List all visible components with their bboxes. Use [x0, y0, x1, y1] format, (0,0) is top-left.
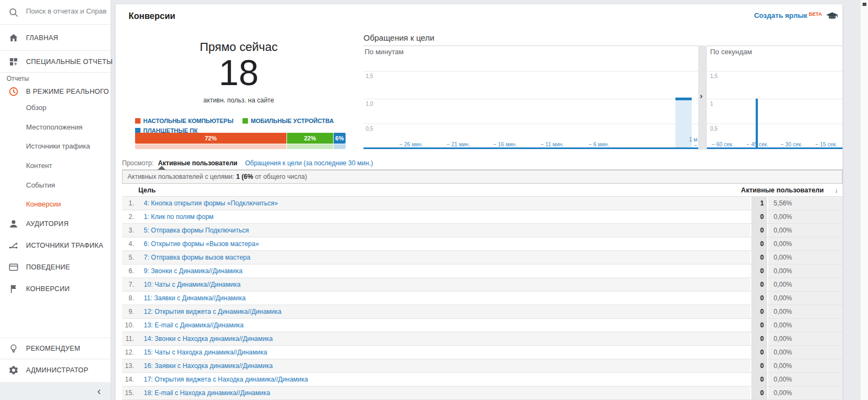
x-tick: − 11 мин.: [541, 141, 564, 147]
goal-link[interactable]: 7: Отправка формы вызов мастера: [144, 254, 250, 261]
legend-item-desktop: НАСТОЛЬНЫЕ КОМПЬЮТЕРЫ: [135, 116, 233, 126]
goal-link[interactable]: 12: Открытия виджета с Динамика//Динамик…: [144, 308, 282, 315]
graduation-cap-icon[interactable]: [826, 11, 838, 23]
column-header-goal[interactable]: Цель: [122, 186, 741, 194]
sidebar-item-conversions-active[interactable]: Конверсии: [26, 200, 61, 208]
flag-icon: [8, 283, 19, 294]
table-row[interactable]: 3.5: Отправка формы Подключиться00,00%: [122, 224, 843, 237]
sidebar-item-label: АУДИТОРИЯ: [26, 220, 68, 228]
goals-table-body: 1.4: Кнопка открытия формы «Подключиться…: [122, 197, 843, 400]
sidebar-item-behavior[interactable]: ПОВЕДЕНИЕ: [0, 259, 111, 275]
sidebar-item-locations[interactable]: Местоположения: [26, 123, 82, 131]
goal-link[interactable]: 9: Звонки с Динамика//Динамика: [144, 267, 242, 275]
search-icon: [8, 7, 19, 18]
goal-link[interactable]: 4: Кнопка открытия формы «Подключиться»: [144, 199, 278, 207]
goal-link[interactable]: 13: E-mail с Динамика//Динамика: [144, 321, 244, 329]
sidebar-item-admin[interactable]: АДМИНИСТРАТОР: [0, 362, 111, 378]
gridline: [363, 71, 698, 72]
table-row[interactable]: 5.7: Отправка формы вызов мастера00,00%: [122, 251, 843, 264]
goal-chart-title: Обращения к цели: [363, 33, 843, 46]
scrollbar-thumb[interactable]: [863, 3, 866, 6]
goal-link[interactable]: 17: Открытия виджета с Находка динамика/…: [144, 376, 308, 383]
summary-bar: Активных пользователей с целями: 1 (6% о…: [122, 170, 843, 184]
table-row[interactable]: 13.16: Заявки с Находка динамика//Динами…: [122, 359, 843, 373]
chevron-right-icon[interactable]: ›: [700, 91, 703, 100]
table-row[interactable]: 11.14: Звонки с Находка динамика//Динами…: [122, 332, 843, 346]
page-scrollbar[interactable]: [860, 0, 868, 400]
tab-active-users[interactable]: Активные пользователи: [158, 159, 238, 167]
table-row[interactable]: 1.4: Кнопка открытия формы «Подключиться…: [122, 197, 843, 210]
sidebar-item-realtime[interactable]: В РЕЖИМЕ РЕАЛЬНОГО: [0, 83, 111, 100]
table-row[interactable]: 2.1: Клик по полям форм00,00%: [122, 210, 843, 224]
sidebar-item-content[interactable]: Контент: [26, 162, 52, 170]
sidebar-footer: ‹: [0, 382, 111, 400]
sidebar-item-discover[interactable]: РЕКОМЕНДУЕМ: [0, 340, 111, 357]
sidebar-item-custom-reports[interactable]: СПЕЦИАЛЬНЫЕ ОТЧЕТЫ: [0, 51, 111, 73]
table-row[interactable]: 10.13: E-mail с Динамика//Динамика00,00%: [122, 319, 843, 332]
table-row[interactable]: 8.11: Заявки с Динамика//Динамика00,00%: [122, 292, 843, 305]
goal-link[interactable]: 15: Чаты с Находка динамика//Динамика: [144, 349, 267, 356]
table-row[interactable]: 9.12: Открытия виджета с Динамика//Динам…: [122, 305, 843, 319]
mobile-legend-swatch: [242, 118, 248, 124]
table-row[interactable]: 7.10: Чаты с Динамика//Динамика00,00%: [122, 278, 843, 292]
table-row[interactable]: 6.9: Звонки с Динамика//Динамика00,00%: [122, 264, 843, 278]
divider: [0, 338, 111, 338]
x-tick: − 6 мин.: [589, 141, 609, 147]
x-tick: − 30 сек.: [781, 141, 802, 147]
column-header-active-users[interactable]: Активные пользователи: [741, 186, 824, 194]
gridline: [363, 99, 698, 99]
device-share-bar-reflection: [135, 144, 346, 149]
summary-percent: (6%: [241, 173, 253, 180]
goal-link[interactable]: 16: Заявки с Находка динамика//Динамика: [144, 362, 273, 370]
sidebar-item-label: КОНВЕРСИИ: [26, 285, 69, 293]
goals-table-header: Цель Активные пользователи ↓: [122, 184, 843, 197]
beta-badge: БЕТА: [809, 11, 822, 17]
sidebar-item-conversions-section[interactable]: КОНВЕРСИИ: [0, 281, 111, 297]
sidebar-item-events[interactable]: События: [26, 181, 55, 189]
goal-link[interactable]: 11: Заявки с Динамика//Динамика: [144, 294, 246, 302]
goal-link[interactable]: 1: Клик по полям форм: [144, 213, 214, 221]
goal-link[interactable]: 14: Звонки с Находка динамика//Динамика: [144, 335, 273, 343]
desktop-legend-swatch: [135, 118, 141, 124]
sort-descending-icon[interactable]: ↓: [835, 186, 839, 194]
traffic-branch-icon: [8, 240, 19, 251]
lightbulb-icon: [8, 343, 19, 354]
y-tick: 1,5: [710, 73, 718, 79]
x-tick: − 16 мин.: [493, 141, 516, 147]
home-icon: [8, 33, 19, 43]
x-tick: − 45 сек.: [746, 141, 768, 147]
clock-icon: [8, 86, 19, 97]
sidebar-item-acquisition[interactable]: ИСТОЧНИКИ ТРАФИКА: [0, 237, 111, 254]
sidebar-item-label: СПЕЦИАЛЬНЫЕ ОТЧЕТЫ: [26, 58, 113, 66]
table-row[interactable]: 12.15: Чаты с Находка динамика//Динамика…: [122, 346, 843, 359]
summary-rest: от общего числа): [253, 173, 307, 180]
table-row[interactable]: 14.17: Открытия виджета с Находка динами…: [122, 373, 843, 386]
collapse-sidebar-icon[interactable]: ‹: [97, 385, 101, 397]
search-bar[interactable]: [0, 0, 111, 25]
mobile-segment: 22%: [287, 133, 333, 144]
custom-reports-icon: [8, 56, 19, 67]
sidebar-item-traffic-sources[interactable]: Источники трафика: [26, 142, 90, 150]
sidebar-item-audience[interactable]: АУДИТОРИЯ: [0, 216, 111, 232]
tab-goal-hits[interactable]: Обращения к цели (за последние 30 мин.): [245, 159, 373, 167]
sidebar-item-overview[interactable]: Обзор: [26, 104, 47, 112]
table-row[interactable]: 15.18: E-mail с Находка динамика//Динами…: [122, 386, 843, 400]
active-tab-marker: [158, 166, 165, 170]
x-tick: − 21 мин.: [446, 141, 470, 147]
goal-link[interactable]: 18: E-mail с Находка динамика//Динамика: [144, 389, 270, 397]
x-tick: − 60 сек.: [712, 141, 733, 147]
table-row[interactable]: 4.6: Открытие формы «Вызов мастера»00,00…: [122, 237, 843, 251]
y-tick: 0,5: [366, 126, 373, 132]
goal-link[interactable]: 10: Чаты с Динамика//Динамика: [144, 281, 240, 288]
active-users-count: 18: [122, 52, 355, 93]
person-icon: [8, 218, 19, 229]
search-input[interactable]: [26, 7, 106, 15]
summary-value: 1: [236, 173, 240, 180]
summary-label: Активных пользователей с целями:: [127, 173, 234, 180]
goal-link[interactable]: 5: Отправка формы Подключиться: [144, 227, 249, 234]
sidebar-item-label: ПОВЕДЕНИЕ: [26, 263, 70, 271]
goal-link[interactable]: 6: Открытие формы «Вызов мастера»: [144, 240, 259, 248]
page-title: Конверсии: [129, 11, 175, 21]
sidebar-item-home[interactable]: ГЛАВНАЯ: [0, 25, 111, 51]
create-shortcut-link[interactable]: Создать ярлык: [754, 11, 807, 20]
